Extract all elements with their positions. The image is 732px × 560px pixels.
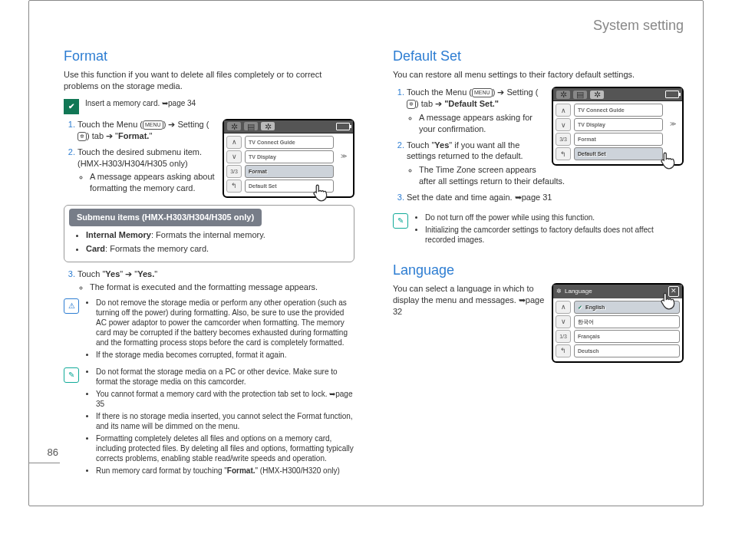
down-icon: ∨ bbox=[556, 118, 571, 131]
ui-item: TV Connect Guide bbox=[574, 104, 663, 117]
ui-item: Format bbox=[574, 133, 663, 146]
up-icon: ∧ bbox=[556, 104, 571, 117]
warning-text: Do not remove the storage media or perfo… bbox=[96, 298, 354, 348]
left-column: Format Use this function if you want to … bbox=[29, 47, 362, 490]
ui-item: TV Display bbox=[574, 118, 663, 131]
menu-chip-icon: MENU bbox=[143, 120, 163, 130]
ui-tab-icon: ✲ bbox=[261, 122, 275, 130]
tip-text: Do not turn off the power while using th… bbox=[425, 212, 684, 222]
ui-tab-icon: ▤ bbox=[244, 122, 258, 130]
submenu-item: Card: Formats the memory card. bbox=[86, 243, 346, 255]
page-number: 86 bbox=[29, 443, 60, 463]
chapter-title: System setting bbox=[593, 16, 684, 35]
tip-text: Formatting completely deletes all files … bbox=[96, 433, 354, 463]
default-tip-note: ✎ Do not turn off the power while using … bbox=[393, 212, 684, 247]
default-step-3: Set the date and time again. ➥page 31 bbox=[407, 192, 684, 203]
back-icon: ↰ bbox=[556, 147, 571, 160]
format-intro: Use this function if you want to delete … bbox=[64, 69, 354, 92]
ui-tab-icon: ✲ bbox=[590, 91, 604, 99]
language-heading: Language bbox=[393, 261, 684, 279]
tip-text: You cannot format a memory card with the… bbox=[96, 389, 354, 409]
warning-note: ⚠ Do not remove the storage media or per… bbox=[64, 298, 354, 362]
language-panel-title: Language bbox=[565, 288, 592, 296]
warning-text: If the storage media becomes corrupted, … bbox=[96, 350, 354, 360]
warning-icon: ⚠ bbox=[64, 298, 79, 314]
down-icon: ∨ bbox=[226, 150, 242, 163]
more-icon: ≫ bbox=[337, 151, 351, 163]
default-step-2-bullet: The Time Zone screen appears after all s… bbox=[419, 164, 684, 187]
ui-item: TV Display bbox=[245, 150, 334, 163]
back-icon: ↰ bbox=[556, 344, 571, 357]
submenu-box: Submenu items (HMX-H303/H304/H305 only) … bbox=[64, 205, 354, 262]
format-ui-preview: ✲ ▤ ✲ ∧TV Connect Guide ∨TV Display≫ 3/3… bbox=[223, 119, 354, 198]
ui-page-indicator: 3/3 bbox=[226, 165, 242, 178]
back-icon: ↰ bbox=[226, 180, 242, 193]
ui-item-selected: Default Set bbox=[574, 147, 663, 160]
ui-item: 한국어 bbox=[574, 315, 680, 328]
ui-tab-icon: ▤ bbox=[573, 91, 587, 99]
ui-page-indicator: 3/3 bbox=[556, 133, 571, 146]
gear-chip-icon: ✲ bbox=[77, 132, 87, 141]
hand-pointer-icon bbox=[658, 291, 678, 311]
language-intro: You can select a language in which to di… bbox=[393, 283, 546, 318]
submenu-item: Internal Memory: Formats the internal me… bbox=[86, 229, 346, 241]
tip-text: Do not format the storage media on a PC … bbox=[96, 367, 354, 387]
format-step-3: Touch "Yes" ➔ "Yes." The format is execu… bbox=[77, 268, 354, 294]
right-column: Default Set You can restore all menu set… bbox=[385, 47, 703, 490]
more-icon: ≫ bbox=[666, 119, 680, 130]
tip-note: ✎ Do not format the storage media on a P… bbox=[64, 367, 354, 478]
ui-page-indicator: 1/3 bbox=[556, 330, 571, 343]
format-heading: Format bbox=[64, 47, 354, 65]
insert-card-text: Insert a memory card. ➥page 34 bbox=[85, 98, 354, 108]
ui-item: Français bbox=[574, 330, 680, 343]
gear-chip-icon: ✲ bbox=[407, 100, 416, 109]
default-set-heading: Default Set bbox=[393, 47, 684, 65]
ui-item-selected: Format bbox=[245, 165, 334, 178]
tip-text: Initializing the camcorder settings to f… bbox=[425, 225, 684, 245]
tip-text: Run memory card format by touching "Form… bbox=[96, 466, 354, 476]
hand-pointer-icon bbox=[658, 150, 678, 170]
card-icon: ✔ bbox=[64, 99, 79, 114]
submenu-title: Submenu items (HMX-H303/H304/H305 only) bbox=[69, 209, 262, 226]
note-icon: ✎ bbox=[393, 213, 408, 229]
note-icon: ✎ bbox=[64, 367, 79, 383]
down-icon: ∨ bbox=[556, 315, 571, 328]
battery-icon bbox=[336, 123, 350, 130]
ui-item: Deutsch bbox=[574, 344, 680, 357]
ui-tab-icon: ✲ bbox=[556, 91, 570, 99]
language-ui-preview: ✲ Language ✕ ∧✓English ∨한국어 1/3Français … bbox=[552, 283, 684, 363]
insert-card-note: ✔ Insert a memory card. ➥page 34 bbox=[64, 98, 354, 114]
format-step-3-bullet: The format is executed and the formattin… bbox=[90, 282, 354, 293]
hand-pointer-icon bbox=[310, 183, 330, 203]
ui-item: TV Connect Guide bbox=[245, 136, 334, 149]
up-icon: ∧ bbox=[556, 301, 571, 314]
battery-icon bbox=[665, 91, 679, 98]
check-icon: ✓ bbox=[578, 305, 582, 310]
ui-tab-icon: ✲ bbox=[227, 122, 241, 130]
menu-chip-icon: MENU bbox=[472, 88, 493, 97]
tip-text: If there is no storage media inserted, y… bbox=[96, 411, 354, 431]
gear-icon: ✲ bbox=[556, 288, 562, 296]
default-set-ui-preview: ✲ ▤ ✲ ∧TV Connect Guide ∨TV Display≫ 3/3… bbox=[552, 87, 684, 166]
up-icon: ∧ bbox=[226, 136, 242, 149]
default-set-intro: You can restore all menu settings to the… bbox=[393, 69, 684, 81]
